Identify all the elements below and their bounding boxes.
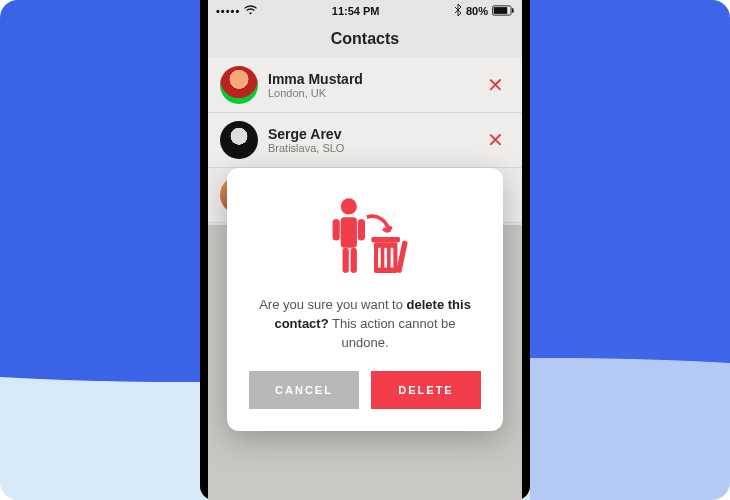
contact-location: London, UK (268, 87, 471, 99)
svg-rect-11 (371, 237, 400, 242)
contact-name: Imma Mustard (268, 71, 471, 87)
page-title: Contacts (208, 22, 522, 58)
illustration-canvas: ••••• 11:54 PM 80% Contacts (0, 0, 730, 500)
phone-frame: ••••• 11:54 PM 80% Contacts (200, 0, 530, 500)
svg-rect-2 (494, 7, 508, 14)
battery-icon (492, 5, 514, 18)
contact-location: Bratislava, SLO (268, 142, 471, 154)
contact-name: Serge Arev (268, 126, 471, 142)
svg-rect-3 (512, 8, 514, 12)
contact-info: Imma Mustard London, UK (268, 71, 471, 99)
svg-point-4 (341, 198, 357, 214)
dialog-msg-pre: Are you sure you want to (259, 297, 406, 312)
confirm-delete-dialog: Are you sure you want to delete this con… (227, 168, 503, 431)
dialog-message: Are you sure you want to delete this con… (245, 296, 485, 371)
contact-row[interactable]: Serge Arev Bratislava, SLO ✕ (208, 113, 522, 168)
wifi-icon (244, 5, 257, 17)
avatar (220, 66, 258, 104)
svg-rect-6 (333, 219, 340, 241)
status-battery-pct: 80% (466, 5, 488, 17)
contact-row[interactable]: Imma Mustard London, UK ✕ (208, 58, 522, 113)
bluetooth-icon (454, 4, 462, 18)
status-time: 11:54 PM (332, 5, 380, 17)
svg-rect-12 (396, 240, 408, 273)
delete-contact-button[interactable]: ✕ (481, 69, 510, 101)
delete-contact-button[interactable]: ✕ (481, 124, 510, 156)
avatar (220, 121, 258, 159)
status-bar: ••••• 11:54 PM 80% (208, 0, 522, 22)
svg-rect-8 (343, 248, 349, 273)
contact-info: Serge Arev Bratislava, SLO (268, 126, 471, 154)
bg-texture (530, 0, 730, 500)
delete-button[interactable]: DELETE (371, 371, 481, 409)
svg-rect-5 (341, 217, 357, 248)
svg-rect-7 (358, 219, 365, 241)
phone-screen: ••••• 11:54 PM 80% Contacts (208, 0, 522, 500)
svg-rect-9 (351, 248, 357, 273)
svg-point-0 (250, 12, 252, 14)
delete-person-trash-icon (310, 192, 420, 282)
signal-dots-icon: ••••• (216, 5, 240, 17)
cancel-button[interactable]: CANCEL (249, 371, 359, 409)
dialog-msg-post: This action cannot be undone. (329, 316, 456, 350)
dialog-actions: CANCEL DELETE (245, 371, 485, 409)
